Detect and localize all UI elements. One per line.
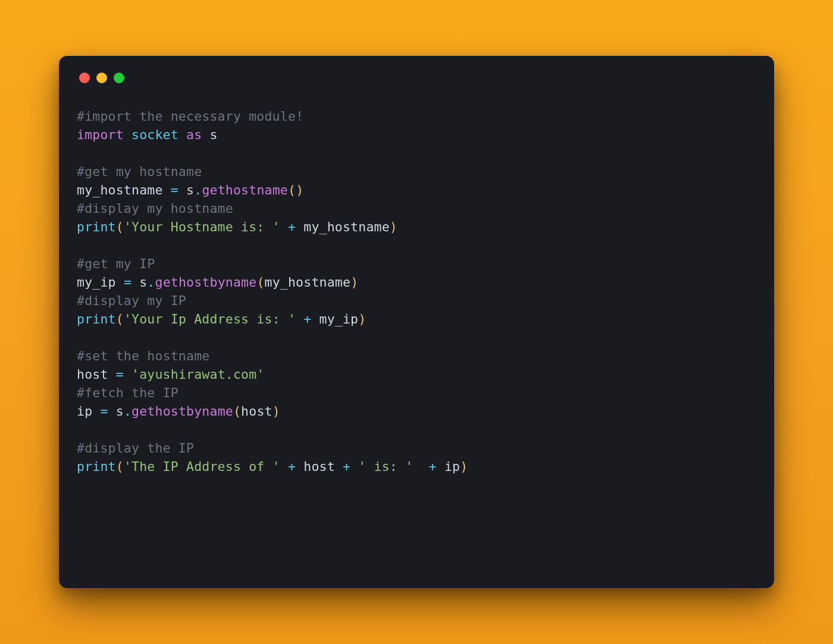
close-icon[interactable] (79, 73, 90, 83)
code-function: gethostbyname (155, 275, 257, 290)
code-comment: #set the hostname (77, 348, 209, 363)
code-operator: = (171, 183, 178, 197)
code-identifier: s (116, 404, 124, 419)
code-operator: = (124, 275, 131, 290)
code-paren-open: ( (116, 219, 124, 234)
code-paren-open: ( (233, 404, 241, 419)
code-variable: host (77, 367, 108, 382)
code-operator: + (343, 459, 350, 474)
code-paren-open: ( (116, 459, 124, 474)
code-string: 'ayushirawat.com' (131, 367, 264, 382)
code-comment: #get my IP (77, 256, 155, 271)
code-dot: . (194, 183, 202, 197)
code-block: #import the necessary module! import soc… (77, 107, 756, 476)
code-dot: . (147, 275, 155, 290)
code-editor-window: #import the necessary module! import soc… (59, 56, 774, 588)
code-comment: #get my hostname (77, 164, 202, 179)
maximize-icon[interactable] (114, 73, 124, 83)
code-paren-close: ) (350, 275, 358, 290)
code-comment: #display my IP (77, 293, 186, 308)
code-variable: my_hostname (77, 183, 163, 197)
code-comment: #display the IP (77, 441, 194, 455)
code-comment: #display my hostname (77, 201, 233, 216)
code-builtin: print (77, 219, 116, 234)
code-string: ' is: ' (358, 459, 413, 474)
window-controls (77, 73, 756, 83)
code-operator: + (288, 219, 296, 234)
code-variable: my_ip (320, 312, 359, 326)
code-variable: ip (77, 404, 92, 419)
code-paren-close: ) (460, 459, 468, 474)
code-argument: host (241, 404, 273, 419)
code-comment: #import the necessary module! (77, 109, 303, 124)
code-paren-close: ) (390, 219, 397, 234)
code-builtin: print (77, 459, 116, 474)
code-function: gethostbyname (131, 404, 233, 419)
code-string: 'Your Hostname is: ' (124, 219, 280, 234)
code-variable: my_hostname (303, 219, 390, 234)
code-paren-open: ( (288, 183, 296, 197)
code-operator: = (100, 404, 108, 419)
code-identifier: s (186, 183, 194, 197)
code-function: gethostname (202, 183, 288, 197)
code-operator: = (116, 367, 124, 382)
code-paren-close: ) (273, 404, 280, 419)
minimize-icon[interactable] (96, 73, 107, 83)
code-paren-close: ) (358, 312, 366, 326)
code-variable: host (303, 459, 335, 474)
code-dot: . (124, 404, 131, 419)
code-module: socket (131, 127, 178, 142)
code-variable: my_ip (77, 275, 116, 290)
code-identifier: s (210, 127, 218, 142)
code-string: 'The IP Address of ' (124, 459, 280, 474)
code-builtin: print (77, 312, 116, 326)
code-paren-close: ) (296, 183, 303, 197)
code-argument: my_hostname (265, 275, 351, 290)
code-identifier: s (139, 275, 147, 290)
code-string: 'Your Ip Address is: ' (124, 312, 296, 326)
code-keyword: import (77, 127, 124, 142)
code-operator: + (288, 459, 296, 474)
code-paren-open: ( (116, 312, 124, 326)
code-operator: + (429, 459, 437, 474)
code-comment: #fetch the IP (77, 385, 178, 400)
code-variable: ip (444, 459, 460, 474)
code-operator: + (303, 312, 311, 326)
code-paren-open: ( (256, 275, 264, 290)
code-keyword: as (186, 127, 202, 142)
